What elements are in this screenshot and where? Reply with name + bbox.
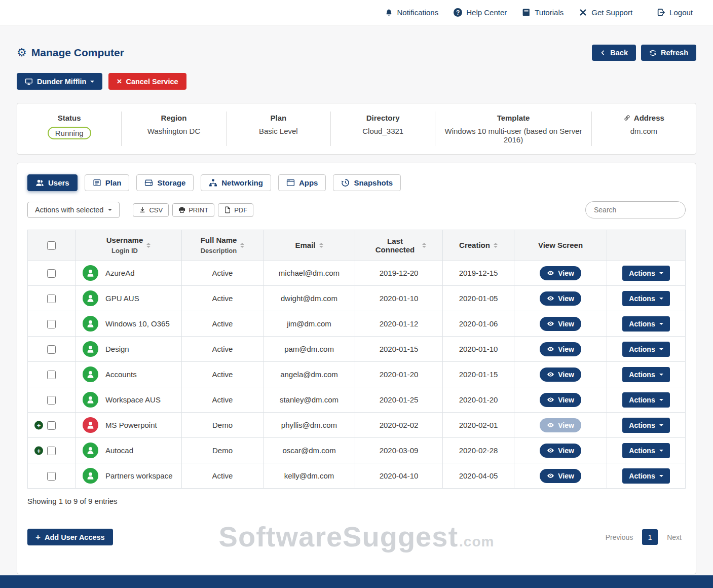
expand-row-icon[interactable]: + — [34, 446, 43, 455]
users-icon — [35, 178, 44, 187]
column-header-creation[interactable]: Creation — [443, 230, 514, 261]
back-button[interactable]: Back — [592, 45, 636, 61]
tab-apps[interactable]: Apps — [278, 174, 326, 191]
row-checkbox[interactable] — [47, 269, 56, 278]
nav-notifications[interactable]: Notifications — [385, 8, 439, 17]
row-checkbox[interactable] — [47, 320, 56, 328]
username: GPU AUS — [105, 294, 139, 303]
nav-logout[interactable]: Logout — [657, 8, 693, 17]
last-connected: 2020-01-15 — [355, 337, 443, 362]
view-button[interactable]: View — [540, 317, 581, 331]
row-actions-dropdown[interactable]: Actions — [622, 443, 669, 458]
column-header-email[interactable]: Email — [264, 230, 355, 261]
tab-networking[interactable]: Networking — [201, 174, 271, 191]
sort-icon — [494, 243, 498, 248]
row-actions-dropdown[interactable]: Actions — [622, 367, 669, 382]
tab-users[interactable]: Users — [27, 174, 78, 191]
row-checkbox[interactable] — [47, 472, 56, 481]
column-header-actions — [607, 230, 686, 261]
email: stanley@dm.com — [264, 387, 355, 413]
nav-tutorials[interactable]: Tutorials — [522, 8, 564, 17]
search-input[interactable] — [585, 201, 686, 218]
view-button[interactable]: View — [540, 469, 581, 483]
table-row: + Workspace AUS Active stanley@dm.com 20… — [28, 387, 686, 413]
row-actions-dropdown[interactable]: Actions — [622, 392, 669, 408]
page-title-text: Manage Computer — [31, 47, 124, 59]
user-avatar-icon — [83, 443, 98, 458]
row-checkbox[interactable] — [47, 345, 56, 354]
expand-row-icon[interactable]: + — [34, 421, 43, 429]
add-user-access-button[interactable]: + Add User Access — [27, 529, 113, 545]
row-checkbox[interactable] — [47, 447, 56, 455]
creation-date: 2019-12-15 — [443, 261, 514, 286]
caret-down-icon — [659, 424, 663, 426]
column-header-username[interactable]: Username Login ID — [76, 230, 182, 261]
view-button[interactable]: View — [540, 342, 581, 356]
column-header-last-connected[interactable]: Last Connected — [355, 230, 443, 261]
sort-icon — [319, 243, 323, 248]
email: dwight@dm.com — [264, 286, 355, 311]
export-pdf-button[interactable]: PDF — [218, 203, 253, 217]
creation-date: 2020-01-05 — [443, 286, 514, 311]
row-checkbox[interactable] — [47, 421, 56, 430]
row-checkbox[interactable] — [47, 396, 56, 405]
status-badge: Running — [48, 127, 91, 139]
tab-storage[interactable]: Storage — [136, 174, 194, 191]
row-checkbox[interactable] — [47, 371, 56, 379]
user-avatar-icon — [83, 468, 98, 484]
tab-snapshots[interactable]: Snapshots — [333, 174, 401, 191]
export-csv-button[interactable]: CSV — [133, 203, 169, 217]
refresh-icon — [649, 49, 657, 57]
pagination-next[interactable]: Next — [663, 530, 686, 544]
view-button[interactable]: View — [540, 266, 581, 280]
view-button[interactable]: View — [540, 368, 581, 382]
username: Windows 10, O365 — [105, 319, 170, 328]
table-row: + Windows 10, O365 Active jim@dm.com 202… — [28, 311, 686, 337]
pagination-previous[interactable]: Previous — [602, 530, 637, 544]
select-all-checkbox[interactable] — [47, 241, 56, 250]
view-button[interactable]: View — [540, 291, 581, 306]
file-pdf-icon — [224, 206, 231, 213]
row-actions-dropdown[interactable]: Actions — [622, 342, 669, 357]
username: MS Powerpoint — [105, 421, 157, 429]
logout-icon — [657, 8, 665, 17]
view-button[interactable]: View — [540, 418, 581, 432]
computer-select-dropdown[interactable]: Dunder Mifflin — [17, 73, 102, 90]
users-table: Username Login ID Full Name Description — [27, 230, 686, 489]
sort-icon — [422, 243, 426, 248]
row-actions-dropdown[interactable]: Actions — [622, 468, 669, 484]
nav-get-support[interactable]: Get Support — [579, 8, 632, 17]
column-header-fullname[interactable]: Full Name Description — [182, 230, 264, 261]
column-header-view-screen: View Screen — [514, 230, 607, 261]
pagination-page-1[interactable]: 1 — [642, 529, 658, 545]
print-button[interactable]: PRINT — [172, 203, 214, 217]
row-actions-dropdown[interactable]: Actions — [622, 418, 669, 433]
user-avatar-icon — [83, 417, 98, 433]
view-button[interactable]: View — [540, 393, 581, 407]
actions-with-selected-dropdown[interactable]: Actions with selected — [27, 202, 120, 218]
chevron-left-icon — [600, 50, 606, 56]
nav-help-center[interactable]: ? Help Center — [454, 8, 507, 17]
row-actions-dropdown[interactable]: Actions — [622, 316, 669, 332]
user-avatar-icon — [83, 265, 98, 281]
username: AzureAd — [105, 269, 135, 277]
users-panel: Users Plan Storage Networking — [17, 163, 696, 574]
info-plan: Plan Basic Level — [227, 112, 331, 146]
nav-label: Help Center — [466, 8, 507, 17]
refresh-button[interactable]: Refresh — [641, 45, 696, 61]
row-actions-dropdown[interactable]: Actions — [622, 291, 669, 306]
creation-date: 2020-04-05 — [443, 463, 514, 489]
row-actions-dropdown[interactable]: Actions — [622, 266, 669, 281]
row-checkbox[interactable] — [47, 295, 56, 303]
full-name: Active — [182, 286, 264, 311]
eye-icon — [547, 396, 554, 403]
last-connected: 2020-01-10 — [355, 286, 443, 311]
cancel-service-button[interactable]: × Cancel Service — [108, 73, 186, 90]
table-row: + AzureAd Active michael@dm.com 2019-12-… — [28, 261, 686, 286]
tab-plan[interactable]: Plan — [85, 174, 130, 191]
view-button[interactable]: View — [540, 444, 581, 458]
download-icon — [139, 206, 146, 213]
full-name: Active — [182, 362, 264, 387]
pagination: Previous 1 Next — [602, 529, 686, 545]
email: pam@dm.com — [264, 337, 355, 362]
